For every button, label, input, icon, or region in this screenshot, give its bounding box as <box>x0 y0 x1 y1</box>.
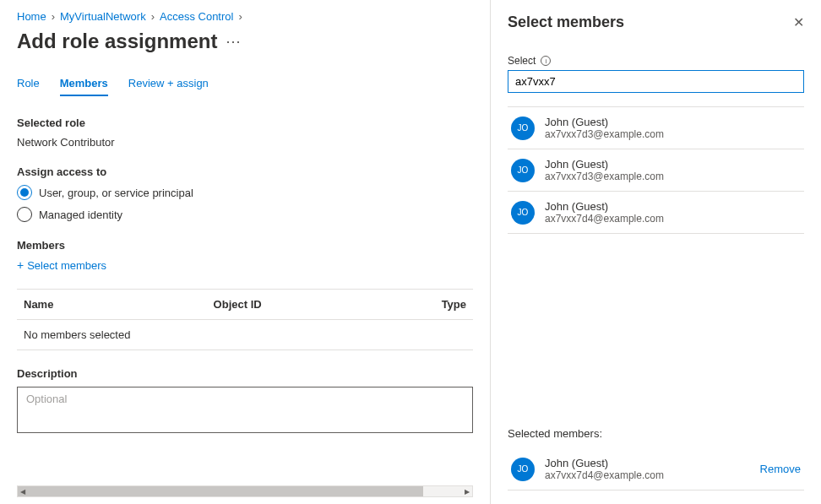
close-icon[interactable]: ✕ <box>793 14 804 30</box>
tab-review-assign[interactable]: Review + assign <box>128 77 209 96</box>
description-input[interactable]: Optional <box>17 387 473 433</box>
radio-user-group-sp[interactable]: User, group, or service principal <box>17 185 473 200</box>
radio-label: User, group, or service principal <box>39 187 193 199</box>
info-icon[interactable]: i <box>541 56 551 66</box>
members-label: Members <box>17 239 473 252</box>
page-title: Add role assignment <box>17 30 217 53</box>
avatar: JO <box>511 159 535 182</box>
result-name: John (Guest) <box>545 457 750 469</box>
result-email: ax7vxx7d3@example.com <box>545 171 801 182</box>
select-members-panel: Select members ✕ Select i JO John (Guest… <box>490 0 821 504</box>
result-item[interactable]: JO John (Guest) ax7vxx7d3@example.com <box>508 149 804 192</box>
col-object-id: Object ID <box>214 298 404 311</box>
col-type: Type <box>403 298 466 311</box>
chevron-right-icon: › <box>52 10 55 23</box>
chevron-right-icon: › <box>151 10 155 23</box>
table-row-empty: No members selected <box>17 320 473 350</box>
breadcrumb-vnet[interactable]: MyVirtualNetwork <box>60 10 146 23</box>
result-name: John (Guest) <box>545 200 801 213</box>
horizontal-scrollbar[interactable]: ◀ ▶ <box>17 485 473 497</box>
result-email: ax7vxx7d4@example.com <box>545 213 801 225</box>
result-email: ax7vxx7d4@example.com <box>545 469 750 481</box>
avatar: JO <box>511 458 535 481</box>
radio-label: Managed identity <box>39 209 122 221</box>
radio-managed-identity[interactable]: Managed identity <box>17 207 473 222</box>
panel-title: Select members <box>508 14 624 31</box>
search-input[interactable] <box>508 70 804 93</box>
select-label: Select <box>508 55 536 67</box>
radio-icon <box>17 185 32 200</box>
tab-role[interactable]: Role <box>17 77 40 96</box>
assign-access-label: Assign access to <box>17 165 473 178</box>
scroll-right-icon[interactable]: ▶ <box>461 485 473 497</box>
select-members-link[interactable]: + Select members <box>17 258 106 272</box>
select-members-label: Select members <box>27 259 106 272</box>
result-name: John (Guest) <box>545 116 801 128</box>
scroll-left-icon[interactable]: ◀ <box>17 485 29 497</box>
radio-icon <box>17 207 32 222</box>
scroll-thumb[interactable] <box>18 486 423 496</box>
tab-members[interactable]: Members <box>60 77 108 96</box>
chevron-right-icon: › <box>238 10 242 23</box>
results-list: JO John (Guest) ax7vxx7d3@example.com JO… <box>508 106 804 234</box>
col-name: Name <box>24 298 214 311</box>
selected-members-label: Selected members: <box>508 427 804 440</box>
plus-icon: + <box>17 258 24 272</box>
selected-role-value: Network Contributor <box>17 136 473 149</box>
breadcrumb-access-control[interactable]: Access Control <box>160 10 233 23</box>
tabs: Role Members Review + assign <box>17 77 473 96</box>
result-name: John (Guest) <box>545 158 801 171</box>
avatar: JO <box>511 201 535 225</box>
remove-link[interactable]: Remove <box>760 463 801 475</box>
breadcrumb-home[interactable]: Home <box>17 10 46 23</box>
result-item[interactable]: JO John (Guest) ax7vxx7d4@example.com <box>508 192 804 234</box>
avatar: JO <box>511 117 535 140</box>
empty-msg: No members selected <box>24 328 130 341</box>
breadcrumb: Home › MyVirtualNetwork › Access Control… <box>17 10 473 23</box>
more-menu-icon[interactable]: ⋯ <box>226 32 242 51</box>
result-email: ax7vxx7d3@example.com <box>545 128 801 140</box>
description-label: Description <box>17 367 473 380</box>
members-table: Name Object ID Type No members selected <box>17 289 473 350</box>
selected-role-label: Selected role <box>17 117 473 129</box>
result-item[interactable]: JO John (Guest) ax7vxx7d3@example.com <box>508 107 804 149</box>
selected-item: JO John (Guest) ax7vxx7d4@example.com Re… <box>508 448 804 490</box>
